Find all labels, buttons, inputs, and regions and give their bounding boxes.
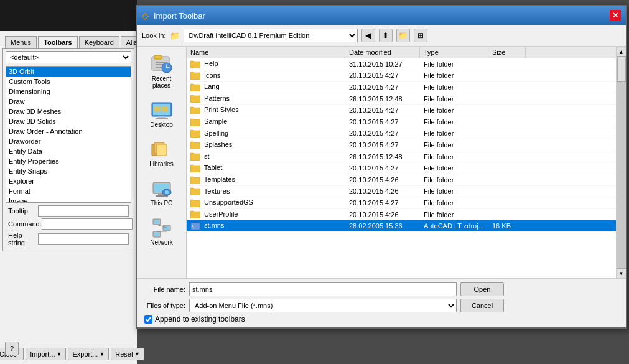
nav-this-pc[interactable]: This PC bbox=[140, 175, 184, 209]
dialog-titlebar: ◇ Import Toolbar ✕ bbox=[137, 6, 626, 25]
cad-tab-content: <default> 3D Orbit Custom Tools Dimensio… bbox=[2, 48, 134, 251]
filename-input[interactable] bbox=[189, 282, 457, 296]
file-name-cell: Sample bbox=[187, 117, 345, 127]
recent-places-label: Recent places bbox=[142, 75, 181, 89]
file-row[interactable]: Lang 20.10.2015 4:27 File folder bbox=[187, 82, 616, 93]
file-row[interactable]: Patterns 26.10.2015 12:48 File folder bbox=[187, 93, 616, 105]
this-pc-icon bbox=[149, 177, 174, 200]
svg-rect-11 bbox=[156, 118, 168, 119]
list-item[interactable]: Entity Properties bbox=[6, 156, 131, 166]
file-list[interactable]: Help 31.10.2015 10:27 File folder Icons … bbox=[187, 58, 616, 278]
file-panel: Name Date modified Type Size Help 31.10.… bbox=[187, 47, 616, 278]
cad-tabs-row: Menus Toolbars Keyboard Aliases bbox=[0, 31, 137, 48]
file-type-cell: File folder bbox=[420, 60, 488, 68]
list-item[interactable]: Draworder bbox=[6, 136, 131, 146]
nav-desktop[interactable]: Desktop bbox=[140, 96, 184, 131]
file-name-cell: UnsupportedGS bbox=[187, 198, 345, 208]
file-name-cell: Help bbox=[187, 59, 345, 69]
cancel-button[interactable]: Cancel bbox=[460, 299, 504, 312]
new-folder-icon: 📁 bbox=[398, 31, 408, 40]
list-item[interactable]: Draw Order - Annotation bbox=[6, 126, 131, 136]
open-button[interactable]: Open bbox=[460, 282, 504, 296]
append-checkbox[interactable] bbox=[144, 315, 152, 324]
tab-toolbars[interactable]: Toolbars bbox=[38, 36, 78, 48]
nav-recent-places[interactable]: Recent places bbox=[140, 50, 184, 91]
file-row[interactable]: Icons 20.10.2015 4:27 File folder bbox=[187, 70, 616, 82]
file-name-cell: A st.mns bbox=[187, 221, 345, 231]
list-item[interactable]: Explorer bbox=[6, 176, 131, 186]
list-item[interactable]: Custom Tools bbox=[6, 77, 131, 86]
file-row[interactable]: Help 31.10.2015 10:27 File folder bbox=[187, 58, 616, 70]
file-name-cell: UserProfile bbox=[187, 210, 345, 220]
look-in-folder-icon: 📁 bbox=[170, 31, 180, 40]
file-row[interactable]: st 26.10.2015 12:48 File folder bbox=[187, 151, 616, 163]
svg-point-22 bbox=[165, 190, 169, 194]
svg-rect-24 bbox=[154, 220, 159, 223]
filetype-row: Files of type: Add-on Menu File (*.mns) … bbox=[142, 299, 621, 312]
file-row[interactable]: Splashes 20.10.2015 4:27 File folder bbox=[187, 139, 616, 151]
export-dropdown-arrow[interactable]: ▼ bbox=[99, 351, 105, 357]
dialog-title: Import Toolbar bbox=[154, 11, 205, 21]
import-button[interactable]: Import... ▼ bbox=[26, 348, 66, 360]
file-row[interactable]: UserProfile 20.10.2015 4:26 File folder bbox=[187, 209, 616, 221]
tooltip-row: Tooltip: bbox=[8, 205, 129, 217]
help-button[interactable]: ? bbox=[5, 342, 19, 355]
back-icon: ◀ bbox=[365, 31, 371, 40]
file-row[interactable]: Templates 20.10.2015 4:26 File folder bbox=[187, 174, 616, 186]
toolbar-list[interactable]: 3D Orbit Custom Tools Dimensioning Draw … bbox=[6, 66, 131, 203]
file-name-cell: Tablet bbox=[187, 163, 345, 173]
file-row[interactable]: Tablet 20.10.2015 4:27 File folder bbox=[187, 162, 616, 174]
list-item[interactable]: Image bbox=[6, 196, 131, 203]
append-label: Append to existing toolbars bbox=[155, 315, 245, 324]
list-item[interactable]: 3D Orbit bbox=[6, 67, 131, 77]
filetype-select[interactable]: Add-on Menu File (*.mns) bbox=[189, 299, 457, 312]
nav-network[interactable]: Network bbox=[140, 214, 184, 248]
default-select[interactable]: <default> bbox=[6, 51, 131, 63]
file-row-selected[interactable]: A st.mns 28.02.2005 15:36 AutoCAD LT zdr… bbox=[187, 220, 616, 232]
col-header-size[interactable]: Size bbox=[488, 47, 526, 58]
list-item[interactable]: Format bbox=[6, 186, 131, 196]
scroll-thumb[interactable] bbox=[617, 57, 626, 82]
list-item[interactable]: Draw 3D Meshes bbox=[6, 106, 131, 116]
tab-menus[interactable]: Menus bbox=[5, 36, 37, 48]
col-header-name[interactable]: Name bbox=[187, 47, 345, 58]
list-item[interactable]: Dimensioning bbox=[6, 86, 131, 96]
new-folder-button[interactable]: 📁 bbox=[396, 29, 410, 42]
dialog-close-button[interactable]: ✕ bbox=[610, 10, 621, 21]
file-row[interactable]: Textures 20.10.2015 4:26 File folder bbox=[187, 186, 616, 198]
file-row[interactable]: UnsupportedGS 20.10.2015 4:27 File folde… bbox=[187, 197, 616, 209]
desktop-label: Desktop bbox=[150, 121, 173, 128]
import-dropdown-arrow[interactable]: ▼ bbox=[57, 351, 62, 357]
export-button[interactable]: Export... ▼ bbox=[68, 348, 109, 360]
svg-rect-13 bbox=[162, 106, 168, 111]
scroll-up-arrow[interactable]: ▲ bbox=[617, 47, 627, 57]
reset-dropdown-arrow[interactable]: ▼ bbox=[134, 351, 140, 357]
command-input[interactable] bbox=[42, 218, 133, 230]
helpstring-input[interactable] bbox=[38, 233, 129, 245]
back-button[interactable]: ◀ bbox=[361, 29, 375, 42]
svg-rect-12 bbox=[154, 106, 161, 111]
reset-button[interactable]: Reset ▼ bbox=[111, 348, 144, 360]
list-item[interactable]: Entity Data bbox=[6, 146, 131, 156]
right-scrollbar[interactable]: ▲ ▼ bbox=[616, 47, 626, 278]
col-header-date[interactable]: Date modified bbox=[345, 47, 420, 58]
file-row[interactable]: Print Styles 20.10.2015 4:27 File folder bbox=[187, 105, 616, 116]
look-in-select[interactable]: DwDraft IntelliCAD 8.1 Premium Edition bbox=[184, 29, 358, 42]
libraries-icon bbox=[149, 138, 174, 161]
list-item[interactable]: Entity Snaps bbox=[6, 166, 131, 176]
scroll-track[interactable] bbox=[617, 57, 627, 268]
file-row[interactable]: Spelling 20.10.2015 4:27 File folder bbox=[187, 128, 616, 140]
scroll-down-arrow[interactable]: ▼ bbox=[617, 268, 627, 278]
list-item[interactable]: Draw 3D Solids bbox=[6, 116, 131, 126]
file-name-cell: Patterns bbox=[187, 94, 345, 104]
views-button[interactable]: ⊞ bbox=[414, 29, 427, 42]
list-item[interactable]: Draw bbox=[6, 96, 131, 106]
col-header-type[interactable]: Type bbox=[420, 47, 488, 58]
tooltip-input[interactable] bbox=[38, 205, 129, 217]
up-button[interactable]: ⬆ bbox=[379, 29, 393, 42]
nav-libraries[interactable]: Libraries bbox=[140, 136, 184, 170]
look-in-label: Look in: bbox=[142, 32, 166, 39]
file-name-cell: Spelling bbox=[187, 129, 345, 139]
file-row[interactable]: Sample 20.10.2015 4:27 File folder bbox=[187, 116, 616, 128]
tab-keyboard[interactable]: Keyboard bbox=[79, 36, 119, 48]
